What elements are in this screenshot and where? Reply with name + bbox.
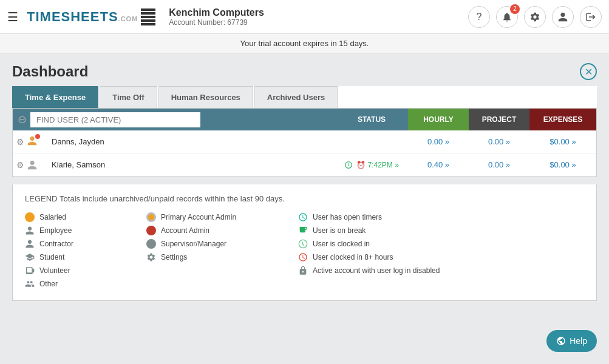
menu-toggle[interactable]: ☰ [7, 10, 18, 24]
svg-rect-2 [141, 16, 155, 18]
question-icon: ? [477, 12, 482, 22]
volunteer-icon [25, 266, 35, 275]
row-icons-2: ⚙ [13, 160, 49, 170]
trial-banner: Your trial account expires in 15 days. [0, 34, 609, 53]
list-item: User clocked in 8+ hours [298, 251, 468, 264]
user-hourly-1[interactable]: 0.00 » [408, 137, 469, 146]
logo-area: TIMESHEETS.com [27, 7, 157, 27]
row-gear-icon[interactable]: ⚙ [16, 137, 24, 147]
list-item: Settings [146, 251, 298, 264]
student-icon [25, 252, 35, 262]
legend-label-student: Student [39, 253, 64, 261]
minus-icon[interactable]: ⊖ [18, 113, 27, 126]
notification-badge: 2 [510, 4, 520, 14]
legend-label-contractor: Contractor [39, 240, 73, 248]
account-admin-dot [146, 226, 156, 235]
logo-text: TIMESHEETS.com [27, 9, 138, 25]
settings-btn[interactable] [524, 6, 546, 28]
list-item: Supervisor/Manager [146, 237, 298, 251]
gear-icon [529, 12, 540, 22]
legend-label-login-disabled: Active account with user log in disabled [313, 266, 440, 275]
clocked-8hrs-icon [298, 252, 308, 262]
legend-label: LEGEND [25, 194, 57, 203]
list-item: User has open timers [298, 211, 468, 224]
clocked-in-icon [298, 239, 308, 249]
col-header-project: PROJECT [469, 109, 529, 130]
employee-icon [25, 226, 35, 235]
legend-label-salaried: Salaried [39, 213, 66, 221]
legend-label-account-admin: Account Admin [161, 226, 209, 235]
page-title: Dashboard [12, 63, 88, 80]
legend-subtitle: Totals include unarchived/unpaid records… [60, 194, 285, 203]
tab-human-resources[interactable]: Human Resources [158, 86, 253, 108]
open-timers-icon [298, 212, 308, 222]
legend-label-clocked-8hrs: User clocked in 8+ hours [313, 253, 393, 261]
legend-area: LEGEND Totals include unarchived/unpaid … [12, 184, 597, 301]
legend-label-clocked-in: User is clocked in [313, 240, 370, 248]
dashboard-tabs: Time & Expense Time Off Human Resources … [12, 86, 597, 108]
legend-title: LEGEND Totals include unarchived/unpaid … [25, 194, 584, 203]
primary-admin-dot [146, 212, 156, 222]
user-status-2: ⏰ 7:42PM » [335, 161, 408, 169]
help-icon-btn[interactable]: ? [468, 6, 490, 28]
user-name-1[interactable]: Danns, Jayden [49, 137, 335, 146]
user-name-2[interactable]: Kiarie, Samson [49, 160, 335, 169]
logo-blue: TIMESHEETS [27, 9, 118, 24]
user-expenses-1[interactable]: $0.00 » [529, 137, 596, 146]
list-item: User is on break [298, 224, 468, 237]
tab-time-expense[interactable]: Time & Expense [12, 86, 98, 108]
user-project-1[interactable]: 0.00 » [469, 137, 529, 146]
company-name: Kenchim Computers [169, 7, 468, 18]
legend-label-supervisor: Supervisor/Manager [161, 240, 226, 248]
col-header-hourly: HOURLY [408, 109, 469, 130]
lock-icon [298, 266, 308, 275]
legend-grid: Salaried Employee Contractor [25, 211, 584, 291]
svg-rect-1 [141, 12, 155, 15]
legend-label-volunteer: Volunteer [39, 266, 70, 275]
help-button-label: Help [570, 336, 587, 346]
status-dot-red [34, 133, 41, 140]
user-project-2[interactable]: 0.00 » [469, 160, 529, 169]
row-gear-icon[interactable]: ⚙ [16, 160, 24, 170]
users-table: ⊖ STATUS HOURLY PROJECT EXPENSES ⚙ Danns… [12, 108, 597, 177]
tab-archived-users[interactable]: Archived Users [254, 86, 338, 108]
legend-label-other: Other [39, 280, 58, 288]
help-button[interactable]: Help [546, 330, 597, 352]
user-profile-btn[interactable] [552, 6, 574, 28]
list-item: Volunteer [25, 264, 146, 277]
logo-com: .com [118, 15, 138, 22]
tab-time-off[interactable]: Time Off [100, 86, 157, 108]
user-icon [557, 12, 568, 22]
legend-label-open-timers: User has open timers [313, 213, 382, 221]
list-item: Account Admin [146, 224, 298, 237]
search-input[interactable] [30, 112, 200, 127]
company-info: Kenchim Computers Account Number: 67739 [169, 7, 468, 27]
user-avatar-icon-grey [27, 160, 38, 170]
list-item: Employee [25, 224, 146, 237]
salaried-dot [25, 212, 35, 222]
svg-rect-0 [141, 8, 155, 11]
contractor-icon [25, 239, 35, 249]
svg-rect-4 [141, 23, 155, 25]
account-number: Account Number: 67739 [169, 18, 468, 27]
dashboard-header: Dashboard ✕ [12, 63, 597, 80]
legend-label-primary-admin: Primary Account Admin [161, 213, 236, 221]
settings-icon [146, 252, 156, 262]
on-break-icon [298, 226, 308, 235]
supervisor-dot [146, 239, 156, 249]
list-item: Active account with user log in disabled [298, 264, 468, 277]
logout-icon [585, 12, 596, 22]
legend-label-employee: Employee [39, 226, 72, 235]
notifications-btn[interactable]: 2 [496, 6, 518, 28]
col-header-status: STATUS [335, 115, 408, 124]
list-item: Other [25, 277, 146, 291]
logout-btn[interactable] [580, 6, 602, 28]
list-item: Salaried [25, 211, 146, 224]
table-row: ⚙ Kiarie, Samson ⏰ 7:42PM » 0.40 » 0.00 … [13, 153, 596, 177]
user-expenses-2[interactable]: $0.00 » [529, 160, 596, 169]
user-hourly-2[interactable]: 0.40 » [408, 160, 469, 169]
close-dashboard-btn[interactable]: ✕ [580, 63, 597, 80]
search-area: ⊖ [13, 112, 335, 127]
other-icon [25, 279, 35, 289]
clock-status-icon [344, 161, 353, 169]
